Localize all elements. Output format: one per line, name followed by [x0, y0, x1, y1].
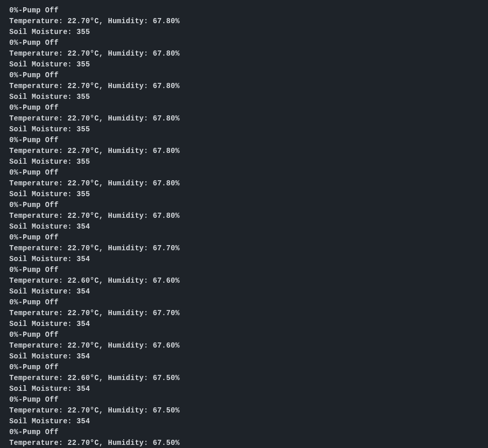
temperature-humidity-line: Temperature: 22.70°C, Humidity: 67.80% [9, 146, 479, 157]
soil-moisture-line: Soil Moisture: 355 [9, 27, 479, 38]
temperature-humidity-line: Temperature: 22.70°C, Humidity: 67.80% [9, 178, 479, 189]
pump-status-line: 0%-Pump Off [9, 5, 479, 16]
temperature-humidity-line: Temperature: 22.70°C, Humidity: 67.80% [9, 211, 479, 221]
pump-status-line: 0%-Pump Off [9, 427, 479, 438]
pump-status-line: 0%-Pump Off [9, 70, 479, 81]
temperature-humidity-line: Temperature: 22.70°C, Humidity: 67.60% [9, 340, 479, 351]
soil-moisture-line: Soil Moisture: 354 [9, 319, 479, 330]
temperature-humidity-line: Temperature: 22.60°C, Humidity: 67.50% [9, 373, 479, 384]
pump-status-line: 0%-Pump Off [9, 135, 479, 146]
temperature-humidity-line: Temperature: 22.70°C, Humidity: 67.80% [9, 48, 479, 59]
temperature-humidity-line: Temperature: 22.70°C, Humidity: 67.80% [9, 16, 479, 27]
terminal-output[interactable]: 0%-Pump OffTemperature: 22.70°C, Humidit… [9, 5, 479, 448]
temperature-humidity-line: Temperature: 22.70°C, Humidity: 67.80% [9, 81, 479, 92]
pump-status-line: 0%-Pump Off [9, 102, 479, 113]
pump-status-line: 0%-Pump Off [9, 265, 479, 275]
soil-moisture-line: Soil Moisture: 354 [9, 221, 479, 232]
temperature-humidity-line: Temperature: 22.70°C, Humidity: 67.50% [9, 438, 479, 448]
pump-status-line: 0%-Pump Off [9, 232, 479, 243]
temperature-humidity-line: Temperature: 22.70°C, Humidity: 67.80% [9, 113, 479, 124]
pump-status-line: 0%-Pump Off [9, 394, 479, 405]
soil-moisture-line: Soil Moisture: 354 [9, 286, 479, 297]
soil-moisture-line: Soil Moisture: 354 [9, 254, 479, 265]
soil-moisture-line: Soil Moisture: 354 [9, 384, 479, 394]
pump-status-line: 0%-Pump Off [9, 200, 479, 211]
temperature-humidity-line: Temperature: 22.70°C, Humidity: 67.70% [9, 243, 479, 254]
pump-status-line: 0%-Pump Off [9, 167, 479, 178]
soil-moisture-line: Soil Moisture: 355 [9, 59, 479, 70]
pump-status-line: 0%-Pump Off [9, 297, 479, 308]
pump-status-line: 0%-Pump Off [9, 38, 479, 48]
soil-moisture-line: Soil Moisture: 355 [9, 92, 479, 102]
soil-moisture-line: Soil Moisture: 355 [9, 189, 479, 200]
pump-status-line: 0%-Pump Off [9, 362, 479, 373]
temperature-humidity-line: Temperature: 22.60°C, Humidity: 67.60% [9, 275, 479, 286]
soil-moisture-line: Soil Moisture: 355 [9, 157, 479, 167]
soil-moisture-line: Soil Moisture: 354 [9, 416, 479, 427]
temperature-humidity-line: Temperature: 22.70°C, Humidity: 67.70% [9, 308, 479, 319]
soil-moisture-line: Soil Moisture: 354 [9, 351, 479, 362]
soil-moisture-line: Soil Moisture: 355 [9, 124, 479, 135]
temperature-humidity-line: Temperature: 22.70°C, Humidity: 67.50% [9, 405, 479, 416]
pump-status-line: 0%-Pump Off [9, 330, 479, 340]
